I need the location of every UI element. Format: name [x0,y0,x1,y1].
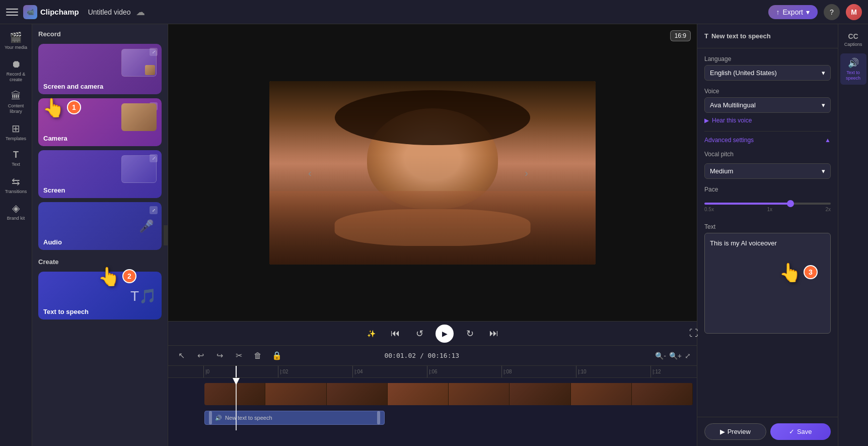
sidebar-item-templates[interactable]: ⊞ Templates [2,119,30,145]
language-select[interactable]: English (United States) ▾ [704,65,831,81]
preview-button[interactable]: ▶ Preview [704,423,766,440]
tts-create-label: Text to speech [43,308,89,315]
video-track-content[interactable] [204,383,693,405]
card-deco-person [121,103,157,131]
help-button[interactable]: ? [824,4,840,20]
tts-track[interactable]: 🔊 New text to speech [204,411,385,425]
fullscreen-button[interactable]: ⛶ [686,326,697,342]
right-panel-header: T New text to speech [697,24,838,48]
fast-forward-button[interactable]: ↻ [462,326,478,342]
tts-track-content[interactable]: 🔊 New text to speech [204,411,693,426]
sidebar-item-label-transitions: Transitions [5,189,27,195]
chevron-up-icon: ▲ [825,137,831,144]
pace-labels: 0.5x 1x 2x [704,207,831,212]
edge-item-tts[interactable]: 🔊 Text to speech [840,53,866,85]
sidebar-item-label-your-media: Your media [5,45,27,50]
edge-item-captions[interactable]: CC Captions [840,28,866,51]
cut-tool-button[interactable]: ✂ [232,349,246,363]
right-arrow[interactable]: › [525,167,528,178]
sidebar-item-record-create[interactable]: ⏺ Record & create [2,55,30,86]
vocal-pitch-select[interactable]: Medium ▾ [704,163,831,179]
vocal-pitch-label: Vocal pitch [704,151,831,158]
ruler-mark-12: |:12 [650,366,697,377]
timeline-area: ↖ ↩ ↪ ✂ 🗑 🔒 00:01.02 / 00:16:13 🔍- 🔍+ ⤢ [168,345,697,446]
export-dropdown-icon: ▾ [806,8,810,16]
sidebar-item-content-library[interactable]: 🏛 Content library [2,87,30,117]
vocal-pitch-section: Vocal pitch Medium ▾ [704,151,831,179]
skip-back-button[interactable]: ⏮ [387,326,403,342]
lock-button[interactable]: 🔒 [270,349,284,363]
magic-cut-button[interactable]: ✨ [363,326,379,342]
sidebar-item-text[interactable]: T Text [2,147,30,170]
voice-section: Voice Ava Multilingual ▾ ▶ Hear this voi… [704,88,831,124]
tts-track-row: 🔊 New text to speech [168,408,697,428]
user-avatar[interactable]: M [846,4,862,20]
select-tool-button[interactable]: ↖ [174,349,188,363]
hear-voice-button[interactable]: ▶ Hear this voice [704,117,831,124]
menu-button[interactable] [6,6,18,18]
rewind-button[interactable]: ↺ [411,326,427,342]
video-title[interactable]: Untitled video [88,8,131,16]
app-name: Clipchamp [40,8,79,16]
sidebar-item-brand-kit[interactable]: ◈ Brand kit [2,199,30,224]
redo-button[interactable]: ↪ [212,349,227,363]
sidebar-item-your-media[interactable]: 🎬 Your media [2,28,30,53]
play-circle-icon: ▶ [704,117,709,124]
record-section-title: Record [38,30,162,38]
voice-select[interactable]: Ava Multilingual ▾ [704,97,831,113]
ruler-mark-6: |:06 [427,366,501,377]
captions-icon: CC [848,32,858,40]
camera-card[interactable]: ⤢ Camera [38,98,162,146]
zoom-controls: 🔍- 🔍+ ⤢ [655,352,691,360]
voice-dropdown-icon: ▾ [822,101,825,109]
export-icon: ↑ [776,8,780,16]
screen-camera-card[interactable]: ⤢ Screen and camera [38,44,162,94]
brand-icon: ◈ [12,202,20,214]
screen-card[interactable]: ⤢ Screen [38,150,162,198]
sidebar-item-label-brand: Brand kit [7,216,25,221]
aspect-ratio-badge[interactable]: 16:9 [670,30,691,41]
vocal-pitch-value: Medium [710,167,733,175]
skip-forward-button[interactable]: ⏭ [486,326,502,342]
pace-label: Pace [704,186,831,193]
pace-section: Pace 0.5x 1x 2x [704,186,831,216]
sidebar-item-transitions[interactable]: ⇆ Transitions [2,172,30,198]
tts-track-handle-left[interactable] [209,411,212,424]
play-button[interactable]: ▶ [436,325,454,343]
mic-icon: 🎤 [139,219,154,233]
pace-slider[interactable] [704,203,831,205]
right-panel: T New text to speech Language English (U… [697,24,838,446]
camera-label: Camera [43,135,67,142]
save-button[interactable]: ✓ Save [770,423,831,440]
fit-zoom-button[interactable]: ⤢ [685,352,691,360]
left-sidebar: 🎬 Your media ⏺ Record & create 🏛 Content… [0,24,32,446]
text-label: Text [704,223,831,230]
transitions-icon: ⇆ [12,175,20,187]
tts-volume-icon: 🔊 [215,415,222,421]
language-section: Language English (United States) ▾ [704,55,831,81]
logo: 📹 Clipchamp [23,5,79,19]
export-button[interactable]: ↑ Export ▾ [768,5,818,19]
topbar-left: 📹 Clipchamp Untitled video ☁ [6,5,768,19]
text-input[interactable]: This is my AI voiceover [704,233,831,334]
card-deco-screen [121,49,157,77]
video-track [204,383,693,405]
hear-voice-label: Hear this voice [712,117,752,124]
preview-area: 16:9 ‹ › [168,24,697,321]
voice-value: Ava Multilingual [710,101,756,109]
undo-button[interactable]: ↩ [193,349,207,363]
tts-create-card[interactable]: Text to speech T🎵 [38,272,162,320]
zoom-in-button[interactable]: 🔍+ [669,352,682,360]
save-check-icon: ✓ [789,428,794,435]
zoom-out-button[interactable]: 🔍- [655,352,666,360]
audio-card[interactable]: ⤢ 🎤 Audio [38,202,162,250]
advanced-settings-toggle[interactable]: Advanced settings ▲ [704,131,831,144]
timeline-toolbar: ↖ ↩ ↪ ✂ 🗑 🔒 00:01.02 / 00:16:13 🔍- 🔍+ ⤢ [168,346,697,366]
tts-panel-title-text: New text to speech [711,32,771,40]
text-section: Text This is my AI voiceover [704,223,831,336]
left-arrow[interactable]: ‹ [308,167,312,178]
pace-slider-thumb[interactable] [787,200,794,207]
collapse-panel-button[interactable]: ‹ [164,225,168,245]
tts-track-handle-right[interactable] [377,411,380,424]
delete-button[interactable]: 🗑 [251,349,265,363]
